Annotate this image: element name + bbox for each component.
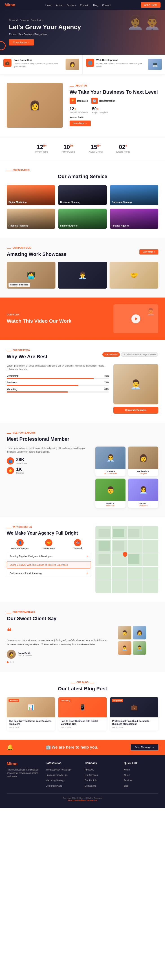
- testimonial-person-name: Joan Smith: [18, 652, 32, 654]
- service-experts-label: Finance Experts: [60, 224, 77, 227]
- nav-item-portfolio[interactable]: Portfolio: [80, 4, 89, 6]
- team-stat-reviews-info: 1K Reviews: [16, 467, 24, 474]
- team-label-line: [7, 433, 11, 434]
- navbar-cta-button[interactable]: Get A Quote: [141, 2, 160, 8]
- corporate-business-card: Corporate Business: [114, 407, 158, 414]
- counter-teams-label: Expert Teams: [116, 151, 130, 153]
- footer-news-link-2[interactable]: Business Growth Tips: [46, 774, 67, 776]
- feature-transformation: 🔄 Transformation: [91, 98, 115, 104]
- service-grid-item-3[interactable]: Corporate Strategy: [110, 185, 158, 205]
- cta-banner: 🔔 🏢 We are here to help you. Send Messag…: [0, 740, 165, 755]
- footer-quick-link-3[interactable]: Services: [124, 779, 132, 782]
- team-member-2-name: Nadia Minca: [130, 470, 157, 473]
- full-bright-title: We Make Your Agency Full Bright: [7, 531, 91, 536]
- hero-subtitle: Expand Your Business Everywhere: [9, 33, 81, 36]
- progress-business-percent: 70%: [104, 381, 109, 384]
- map-block-3: [128, 529, 139, 537]
- footer-company-link-2[interactable]: Our Services: [85, 774, 98, 776]
- why-best-tab-2[interactable]: Solution for Small & Large Business: [121, 352, 158, 357]
- portfolio-item-2[interactable]: 👨‍💼: [58, 262, 107, 289]
- accordion-item-1[interactable]: Amazing Together Designers & Developers …: [7, 553, 91, 560]
- footer-news-link-3[interactable]: Marketing Strategy: [46, 779, 65, 782]
- blog-section-label: Our Blog: [77, 681, 89, 684]
- testimonial-person: 👩 Joan Smith CEO & Founder: [7, 650, 114, 659]
- reviews-icon: ⭐: [7, 467, 14, 474]
- webdev-image: 💻: [148, 59, 162, 70]
- nav-item-about[interactable]: About: [56, 4, 62, 6]
- footer-company-link-1[interactable]: About Us: [85, 768, 94, 771]
- next-level-cta-button[interactable]: Learn More →: [70, 121, 91, 126]
- footer-watermark[interactable]: www.DownloadNewThemes.com: [68, 799, 98, 802]
- team-member-2[interactable]: 👩 Nadia Minca Designer: [128, 447, 158, 476]
- nav-item-blog[interactable]: Blog: [93, 4, 98, 6]
- blog-card-3[interactable]: Corporate 💼 Professional Tips About Corp…: [110, 697, 158, 731]
- service-grid-item-1[interactable]: Digital Marketing: [7, 185, 55, 205]
- why-best-img-placeholder: 👨‍💼: [114, 364, 158, 404]
- testimonial-dot-3[interactable]: [13, 662, 14, 663]
- person-name: Karson Smith: [70, 116, 84, 119]
- blog-card-1[interactable]: Business 📊 The Best Way To Startup Your …: [7, 697, 55, 731]
- blog-card-2-date: Feb 15, 2024: [61, 726, 104, 729]
- counter-happy: 150+ Happy Clients: [89, 144, 103, 153]
- why-best-header-left: Our Strategy Why We Are Best: [7, 349, 47, 360]
- team-member-1-name: Thomas J.: [97, 470, 124, 473]
- footer-news-link-1[interactable]: The Best Way To Startup: [46, 768, 71, 771]
- hero-title: Let's Grow Your Agency: [9, 23, 81, 31]
- portfolio-item-3[interactable]: 🤝: [109, 262, 158, 289]
- progress-business-bar: [7, 385, 109, 386]
- nav-item-home[interactable]: Home: [45, 4, 52, 6]
- footer: Miran Financial Business Consultation se…: [0, 755, 165, 808]
- stat-projects-label: Project Complete: [92, 111, 107, 114]
- team-member-2-role: Designer: [130, 473, 157, 474]
- portfolio-image-1: 👩‍💻 Success Business: [7, 262, 56, 289]
- map-block-5: [113, 541, 124, 551]
- service-corporate-bg: Corporate Strategy: [110, 185, 158, 205]
- testimonials-label-row: Our Testimonials: [7, 611, 158, 615]
- testimonial-dot-1[interactable]: [7, 662, 8, 663]
- why-best-tab-1[interactable]: The best suite: [103, 352, 120, 357]
- transformation-icon: 🔄: [91, 98, 98, 104]
- testimonials-dots: [7, 662, 114, 663]
- team-member-3[interactable]: 👨 Robert K. Developer: [95, 479, 125, 508]
- cta-send-button[interactable]: Send Message →: [131, 744, 158, 750]
- team-member-4[interactable]: 👩‍💼 Sarah L. Consultant: [128, 479, 158, 508]
- accordion-item-3[interactable]: On-House And Retail Streaming +: [7, 570, 91, 577]
- portfolio-header-left: Our Portfolio Amazing Work Showcase: [7, 247, 66, 257]
- map-pin: [122, 551, 128, 557]
- portfolio-view-more-button[interactable]: View More +: [139, 249, 158, 255]
- footer-quick-link-4[interactable]: Blog: [124, 784, 128, 787]
- why-best-image: 👨‍💼: [114, 364, 158, 404]
- nav-item-services[interactable]: Services: [66, 4, 76, 6]
- footer-news-link-4[interactable]: Corporate Plans: [46, 784, 62, 787]
- progress-consulting-label: Consulting 85%: [7, 375, 109, 377]
- footer-company-link-4[interactable]: Contact Us: [85, 784, 96, 787]
- hero-cta-button[interactable]: Consultation →: [9, 39, 34, 46]
- blog-card-2[interactable]: Marketing 📱 How to Grow Business with Di…: [58, 697, 107, 731]
- video-play-button[interactable]: [131, 314, 140, 323]
- map-block-6: [99, 554, 110, 564]
- footer-quick-link-1[interactable]: Home: [124, 768, 130, 771]
- cta-bell-icon: 🔔: [7, 744, 13, 750]
- progress-consulting-bar: [7, 378, 109, 379]
- service-grid-item-2[interactable]: Business Planning: [58, 185, 107, 205]
- why-best-content: Lorem ipsum dolor sit amet, consectetur …: [7, 364, 158, 414]
- team-label: Meet Our Experts: [13, 431, 35, 434]
- footer-company-link-3[interactable]: Our Portfolio: [85, 779, 98, 782]
- portfolio-image-2: 👨‍💼: [58, 262, 107, 289]
- service-grid-item-5[interactable]: Finance Experts: [58, 208, 107, 229]
- accordion-arrow-1: +: [87, 555, 88, 558]
- accordion-item-2[interactable]: Loving Creativity With The Support To Im…: [7, 561, 91, 568]
- service-agency-bg: Finance Agency: [110, 208, 158, 229]
- portfolio-item-1[interactable]: 👩‍💻 Success Business: [7, 262, 56, 289]
- team-member-1[interactable]: 👨‍💼 Thomas J. CEO & Founder: [95, 447, 125, 476]
- testimonial-dot-2[interactable]: [10, 662, 11, 663]
- full-bright-label-line: [7, 528, 11, 528]
- progress-marketing-fill: [7, 391, 68, 393]
- stat-experience-label: Years of Experience: [70, 111, 88, 114]
- footer-quick-link-2[interactable]: About: [124, 774, 130, 776]
- progress-business-label: Business 70%: [7, 381, 109, 384]
- nav-item-contact[interactable]: Contact: [102, 4, 111, 6]
- service-business-label: Business Planning: [60, 201, 80, 204]
- service-grid-item-4[interactable]: Financial Planning: [7, 208, 55, 229]
- service-grid-item-6[interactable]: Finance Agency: [110, 208, 158, 229]
